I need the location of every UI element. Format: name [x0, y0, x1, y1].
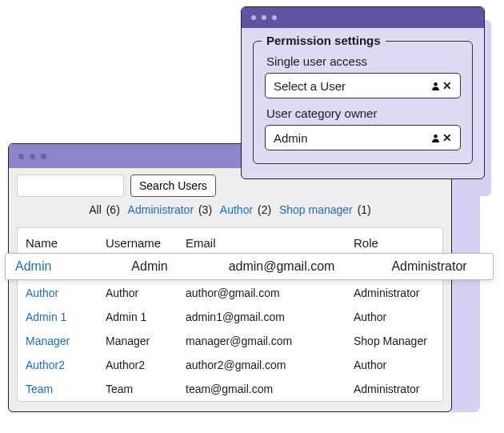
svg-point-1 — [434, 134, 438, 138]
cell-email: author@gmail.com — [178, 281, 346, 305]
cell-role: Author — [346, 305, 442, 329]
table-row[interactable]: Author2 Author2 author2@gmail.com Author — [18, 353, 442, 377]
filter-shop-manager-count: (1) — [358, 203, 371, 216]
window-dot — [30, 154, 35, 159]
cell-role: Administrator — [346, 377, 442, 401]
clear-icon[interactable]: ✕ — [442, 132, 452, 143]
svg-point-0 — [434, 82, 438, 86]
cell-username: Author2 — [98, 353, 178, 377]
selected-user-row[interactable]: Admin Admin admin@gmail.com Administrato… — [5, 253, 494, 280]
filter-author[interactable]: Author — [220, 203, 253, 216]
single-user-access-label: Single user access — [266, 54, 461, 68]
person-icon — [430, 81, 441, 91]
selected-email: admin@gmail.com — [198, 259, 366, 274]
cell-role: Shop Manager — [346, 329, 442, 353]
cell-email: admin1@gmail.com — [178, 305, 346, 329]
window-dot — [251, 15, 256, 20]
user-category-owner-value: Admin — [274, 131, 308, 145]
permission-settings-window: Permission settings Single user access S… — [241, 6, 485, 179]
table-row[interactable]: Admin 1 Admin 1 admin1@gmail.com Author — [18, 305, 442, 329]
window-dot — [262, 15, 266, 20]
cell-username: Admin 1 — [98, 305, 178, 329]
cell-email: team@gmail.com — [178, 377, 346, 401]
filter-shop-manager[interactable]: Shop manager — [279, 203, 353, 216]
cell-role: Author — [346, 353, 442, 377]
cell-username: Author — [98, 281, 178, 305]
window-dot — [18, 154, 24, 159]
user-category-owner-label: User category owner — [266, 106, 461, 120]
filter-administrator[interactable]: Administrator — [128, 203, 194, 216]
filter-all-label[interactable]: All — [89, 203, 102, 216]
role-filters: All (6) Administrator (3) Author (2) Sho… — [9, 203, 451, 227]
selected-name[interactable]: Admin — [6, 259, 102, 274]
modal-titlebar — [242, 7, 484, 28]
selected-role: Administrator — [366, 259, 493, 274]
selected-username: Admin — [102, 259, 198, 274]
filter-all-count: (6) — [106, 203, 120, 216]
clear-icon[interactable]: ✕ — [442, 80, 452, 91]
cell-name[interactable]: Author — [18, 281, 98, 305]
single-user-access-value: Select a User — [274, 79, 346, 93]
permission-settings-legend: Permission settings — [262, 34, 386, 47]
cell-username: Team — [98, 377, 178, 401]
filter-author-count: (2) — [258, 203, 271, 216]
cell-email: manager@gmail.com — [178, 329, 346, 353]
permission-settings-fieldset: Permission settings Single user access S… — [253, 41, 473, 164]
cell-name[interactable]: Manager — [18, 329, 98, 353]
table-row[interactable]: Manager Manager manager@gmail.com Shop M… — [18, 329, 442, 353]
person-icon — [430, 133, 441, 143]
cell-name[interactable]: Author2 — [18, 353, 98, 377]
table-row[interactable]: Team Team team@gmail.com Administrator — [18, 377, 442, 401]
window-dot — [272, 15, 277, 20]
cell-email: author2@gmail.com — [178, 353, 346, 377]
table-row[interactable]: Author Author author@gmail.com Administr… — [18, 281, 442, 305]
filter-administrator-count: (3) — [198, 203, 212, 216]
single-user-access-select[interactable]: Select a User ✕ — [265, 73, 461, 98]
cell-role: Administrator — [346, 281, 442, 305]
cell-username: Manager — [98, 329, 178, 353]
search-users-button[interactable]: Search Users — [130, 174, 216, 197]
window-dot — [41, 154, 46, 159]
cell-name[interactable]: Team — [18, 377, 98, 401]
cell-name[interactable]: Admin 1 — [18, 305, 98, 329]
user-category-owner-select[interactable]: Admin ✕ — [265, 125, 461, 150]
search-input[interactable] — [17, 174, 124, 197]
